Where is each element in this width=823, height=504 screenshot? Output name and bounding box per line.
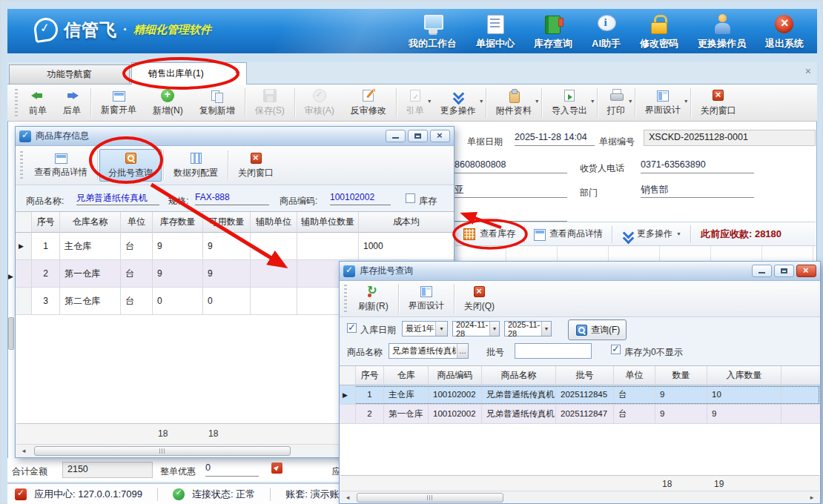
dialog-titlebar[interactable]: 商品库存信息: [16, 127, 454, 146]
cell-aux-unit: [251, 260, 297, 288]
table-row[interactable]: 1 主仓库 台 9 9 1000: [16, 233, 454, 260]
next-doc-button[interactable]: 后单: [55, 86, 89, 120]
print-button[interactable]: 打印 ▼: [599, 86, 633, 120]
date-from-select[interactable]: 2024-11-28 ▼: [452, 321, 500, 336]
more-operations-button[interactable]: 更多操作 ▼: [432, 86, 484, 120]
batch-filter-input[interactable]: [515, 343, 592, 359]
close-window-button[interactable]: 关闭窗口: [693, 86, 744, 120]
column-header[interactable]: 成本均: [359, 212, 454, 233]
query-button[interactable]: 查询(F): [568, 319, 627, 340]
view-product-detail-button[interactable]: 查看商品详情: [527, 225, 609, 244]
column-header[interactable]: 入库数量: [707, 366, 781, 385]
column-header[interactable]: 序号: [32, 212, 60, 233]
menu-item-workbench[interactable]: 我的工作台: [404, 13, 461, 50]
column-header[interactable]: 商品编码: [429, 366, 482, 385]
stock-batch-query-dialog: 库存批号查询 刷新(R) 界面设计 关闭(Q): [339, 261, 821, 504]
tab-sales-outbound[interactable]: 销售出库单(1) ×: [131, 62, 247, 84]
close-window-button[interactable]: 关闭窗口: [230, 148, 282, 182]
menu-label: 库存查询: [534, 37, 572, 50]
attachments-button[interactable]: 附件资料 ▼: [488, 86, 540, 120]
background-scrollbar-thumb[interactable]: [8, 317, 14, 350]
person-field-partial[interactable]: 亚: [455, 184, 567, 198]
close-button[interactable]: 关闭(Q): [456, 282, 503, 316]
scrollbar-thumb[interactable]: [357, 493, 503, 503]
minimize-button[interactable]: [386, 130, 406, 142]
menu-label: AI助手: [592, 37, 621, 50]
tab-function-nav[interactable]: 功能导航窗: [9, 64, 130, 84]
dept-field[interactable]: 销售部: [641, 184, 754, 198]
date-range-select[interactable]: 最近1年 ▼: [402, 321, 448, 336]
prev-doc-button[interactable]: 前单: [21, 86, 55, 120]
column-header[interactable]: 辅助单位: [251, 212, 297, 233]
refresh-button[interactable]: 刷新(R): [350, 282, 397, 316]
menu-item-change-password[interactable]: 修改密码: [635, 13, 683, 50]
empty-field[interactable]: [455, 208, 567, 222]
toolbar-separator: [635, 88, 635, 118]
data-columns-config-button[interactable]: 数据列配置: [165, 148, 226, 182]
phone-field-partial[interactable]: 8608080808: [455, 159, 567, 173]
column-header[interactable]: 商品名称: [482, 366, 556, 385]
ui-design-button[interactable]: 界面设计 ▼: [637, 86, 689, 120]
ui-design-button[interactable]: 界面设计: [400, 282, 452, 316]
button-label: 新窗开单: [101, 104, 136, 116]
minimize-button[interactable]: [752, 265, 772, 277]
hide-zero-stock-checkbox[interactable]: [611, 345, 621, 354]
table-row-selected[interactable]: 1 主仓库 100102002 兄弟普通纸传真机 2025112845 台 9 …: [340, 385, 820, 405]
close-button[interactable]: [796, 265, 816, 277]
column-header[interactable]: 辅助单位数量: [297, 212, 359, 233]
scrollbar-thumb[interactable]: [34, 446, 291, 456]
table-row[interactable]: 2 第一仓库 100102002 兄弟普通纸传真机 2025112847 台 9…: [340, 405, 820, 424]
column-header[interactable]: 单位: [121, 212, 153, 233]
cell-cost: 1000: [359, 233, 454, 260]
dialog-toolbar: 刷新(R) 界面设计 关闭(Q): [340, 281, 820, 317]
tab-label: 销售出库单(1): [148, 67, 204, 80]
button-label: 关闭(Q): [464, 300, 495, 313]
view-stock-button[interactable]: 查看库存: [455, 225, 522, 244]
menu-item-switch-operator[interactable]: 更换操作员: [693, 13, 750, 50]
menu-item-inventory-query[interactable]: 库存查询: [529, 13, 577, 50]
tab-close-icon[interactable]: ×: [234, 68, 240, 79]
view-product-detail-button[interactable]: 查看商品详情: [26, 148, 96, 182]
add-new-button[interactable]: 新增(N): [145, 86, 191, 120]
maximize-button[interactable]: [408, 130, 428, 142]
total-avail-qty: 18: [202, 424, 250, 445]
stock-filter-checkbox[interactable]: [406, 193, 415, 203]
order-discount-field[interactable]: 0: [205, 462, 259, 477]
close-button[interactable]: [430, 130, 450, 142]
product-name-filter-input[interactable]: 兄弟普通纸传真机 …: [389, 343, 469, 359]
more-operations-button[interactable]: 更多操作 ▼: [615, 225, 688, 244]
unaudit-modify-button[interactable]: 反审修改: [343, 86, 394, 120]
inbound-date-checkbox[interactable]: [347, 323, 357, 333]
column-header[interactable]: 批号: [556, 366, 614, 385]
column-header[interactable]: 可用数量: [203, 212, 251, 233]
copy-add-button[interactable]: 复制新增: [191, 86, 243, 120]
menu-item-doc-center[interactable]: 单据中心: [472, 13, 519, 50]
lookup-ellipsis-button[interactable]: …: [457, 344, 468, 358]
receiver-phone-field[interactable]: 0371-63563890: [641, 159, 754, 173]
menu-item-ai-assistant[interactable]: AI助手: [587, 13, 625, 50]
column-header[interactable]: 库存数量: [153, 212, 203, 233]
column-header[interactable]: 数量: [655, 366, 707, 385]
new-window-order-button[interactable]: 新窗开单: [93, 86, 145, 120]
menu-item-exit-system[interactable]: 退出系统: [761, 13, 808, 50]
horizontal-scrollbar[interactable]: ◂ ▸: [340, 491, 819, 503]
column-header[interactable]: 序号: [356, 366, 384, 385]
column-header[interactable]: 单位: [614, 366, 655, 385]
date-to-select[interactable]: 2025-11-28 ▼: [504, 321, 552, 336]
password-lock-icon: [647, 13, 671, 36]
scroll-left-arrow-icon[interactable]: ◂: [18, 445, 30, 456]
dialog-titlebar[interactable]: 库存批号查询: [340, 262, 820, 281]
scroll-right-arrow-icon[interactable]: ▸: [806, 492, 818, 503]
scroll-left-arrow-icon[interactable]: ◂: [342, 492, 354, 503]
import-export-button[interactable]: 导入导出 ▼: [543, 86, 595, 120]
column-header[interactable]: 仓库: [384, 366, 429, 385]
cell-unit: 台: [121, 288, 153, 315]
strip-close-icon[interactable]: ×: [805, 65, 811, 77]
column-header[interactable]: 仓库名称: [60, 212, 121, 233]
maximize-button[interactable]: [774, 265, 794, 277]
columns-config-icon: [191, 153, 202, 164]
batch-number-query-button[interactable]: 分批号查询: [99, 149, 162, 182]
doc-date-value[interactable]: 2025-11-28 14:04: [515, 132, 595, 146]
refresh-icon: [366, 285, 380, 298]
discount-edit-icon[interactable]: [271, 462, 282, 474]
